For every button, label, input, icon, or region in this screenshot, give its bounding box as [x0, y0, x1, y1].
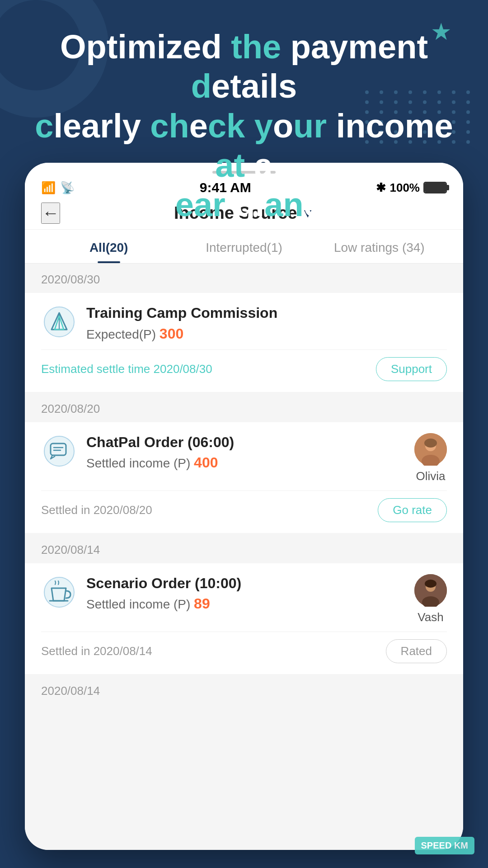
transaction-right-2: Olivia: [414, 433, 447, 483]
transaction-main-1: Training Camp Commission Expected(P) 300: [41, 304, 447, 342]
avatar-2: [414, 433, 447, 466]
transaction-subtitle-2: Settled income (P) 400: [86, 454, 405, 471]
scroll-content[interactable]: 2020/08/30 Training Camp Commission Expe…: [25, 264, 463, 850]
transaction-info-3: Scenario Order (10:00) Settled income (P…: [86, 574, 405, 613]
transaction-card-3: Scenario Order (10:00) Settled income (P…: [25, 563, 463, 674]
transaction-footer-2: Settled in 2020/08/20 Go rate: [41, 491, 447, 522]
transaction-footer-3: Settled in 2020/08/14 Rated: [41, 632, 447, 663]
tab-all[interactable]: All(20): [41, 230, 176, 263]
rated-button[interactable]: Rated: [386, 639, 447, 663]
phone-mockup: 📶 📡 9:41 AM ✱ 100% ← Income Source ▼ All…: [25, 163, 463, 850]
transaction-icon-1: [41, 304, 77, 340]
transaction-title-3: Scenario Order (10:00): [86, 574, 405, 593]
support-button[interactable]: Support: [376, 357, 447, 381]
transaction-amount-1: 300: [160, 326, 183, 342]
transaction-card-2: ChatPal Order (06:00) Settled income (P)…: [25, 422, 463, 533]
transaction-card-1: Training Camp Commission Expected(P) 300…: [25, 293, 463, 392]
transaction-subtitle-3: Settled income (P) 89: [86, 595, 405, 612]
transaction-amount-2: 400: [194, 454, 218, 471]
transaction-amount-3: 89: [194, 595, 210, 612]
hero-heading: Optimized the payment details clearly ch…: [23, 27, 465, 225]
svg-point-11: [424, 439, 437, 448]
svg-point-4: [44, 436, 74, 466]
date-separator-2: 2020/08/20: [25, 393, 463, 422]
transaction-icon-3: [41, 574, 77, 610]
go-rate-button[interactable]: Go rate: [378, 498, 447, 522]
subtitle-prefix-1: Expected(P): [86, 327, 156, 341]
transaction-subtitle-1: Expected(P) 300: [86, 326, 447, 342]
transaction-footer-1: Estimated settle time 2020/08/30 Support: [41, 349, 447, 381]
transaction-main-3: Scenario Order (10:00) Settled income (P…: [41, 574, 447, 624]
transaction-main-2: ChatPal Order (06:00) Settled income (P)…: [41, 433, 447, 483]
transaction-info-2: ChatPal Order (06:00) Settled income (P)…: [86, 433, 405, 472]
date-separator-3: 2020/08/14: [25, 534, 463, 563]
svg-point-17: [425, 580, 436, 588]
settle-text-1: Estimated settle time 2020/08/30: [41, 362, 212, 376]
settle-text-2: Settled in 2020/08/20: [41, 503, 152, 517]
subtitle-prefix-2: Settled income (P): [86, 456, 190, 470]
date-separator-1: 2020/08/30: [25, 264, 463, 293]
avatar-name-3: Vash: [418, 610, 443, 624]
avatar-name-2: Olivia: [416, 469, 445, 483]
transaction-right-3: Vash: [414, 574, 447, 624]
avatar-3: [414, 574, 447, 607]
date-separator-4: 2020/08/14: [25, 675, 463, 704]
tab-low-ratings[interactable]: Low ratings (34): [312, 230, 447, 263]
tab-interrupted[interactable]: Interrupted(1): [176, 230, 311, 263]
hero-section: Optimized the payment details clearly ch…: [23, 27, 465, 225]
subtitle-prefix-3: Settled income (P): [86, 597, 190, 611]
transaction-title-2: ChatPal Order (06:00): [86, 433, 405, 452]
settle-text-3: Settled in 2020/08/14: [41, 644, 152, 658]
transaction-icon-2: [41, 433, 77, 469]
transaction-title-1: Training Camp Commission: [86, 304, 447, 323]
transaction-info-1: Training Camp Commission Expected(P) 300: [86, 304, 447, 342]
watermark: SPEED KM: [415, 837, 474, 854]
tabs-container: All(20) Interrupted(1) Low ratings (34): [25, 230, 463, 264]
